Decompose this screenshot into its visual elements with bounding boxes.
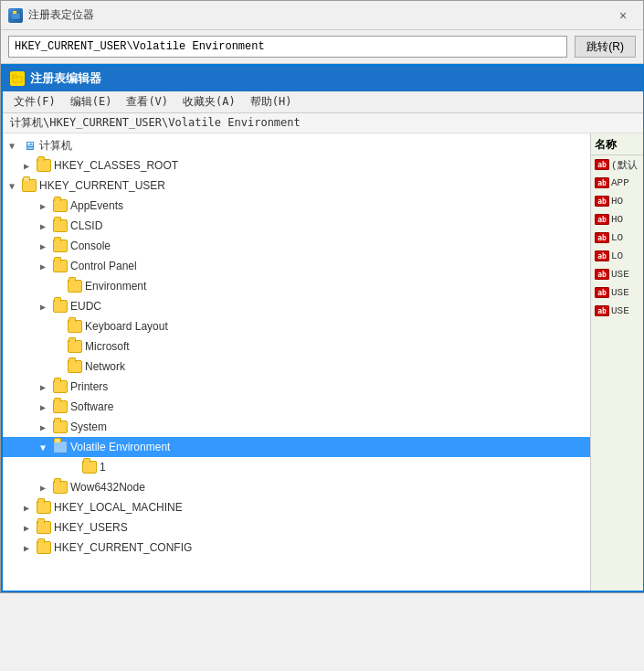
tree-item-printers[interactable]: ▶ Printers (3, 377, 590, 397)
folder-icon-hkcu (22, 179, 37, 192)
right-panel-header-text: 名称 (595, 137, 617, 153)
value-row-8[interactable]: ab USE (591, 302, 643, 320)
dialog-window: 注册表定位器 × 跳转(R) 注册表编辑器 文件(F) 编辑(E) 查看(V) … (0, 0, 644, 593)
expand-system[interactable]: ▶ (36, 420, 50, 434)
value-row-5[interactable]: ab LO (591, 247, 643, 265)
tree-item-microsoft[interactable]: Microsoft (3, 336, 590, 357)
tree-item-appevents[interactable]: ▶ AppEvents (3, 196, 590, 216)
tree-item-environment[interactable]: Environment (3, 276, 590, 296)
value-row-4[interactable]: ab LO (591, 229, 643, 247)
tree-label-volatileenv: Volatile Environment (70, 441, 170, 453)
expand-printers[interactable]: ▶ (36, 379, 50, 394)
tree-item-software[interactable]: ▶ Software (3, 397, 590, 417)
computer-icon: 🖥 (22, 139, 37, 152)
tree-item-keyboardlayout[interactable]: Keyboard Layout (3, 316, 590, 336)
address-input[interactable] (8, 36, 567, 58)
tree-item-hku[interactable]: ▶ HKEY_USERS (3, 517, 590, 538)
expand-computer[interactable]: ▼ (5, 138, 19, 153)
folder-icon-eudc (53, 300, 68, 313)
expand-controlpanel[interactable]: ▶ (36, 259, 50, 273)
address-bar: 跳转(R) (1, 30, 643, 64)
value-row-2[interactable]: ab HO (591, 192, 643, 210)
tree-item-network[interactable]: Network (3, 357, 590, 377)
expand-environment (50, 279, 65, 293)
tree-item-volatileenv[interactable]: ▼ Volatile Environment (3, 437, 590, 457)
value-icon-0: ab (595, 159, 609, 170)
value-icon-2: ab (595, 196, 609, 207)
expand-hklm[interactable]: ▶ (19, 500, 34, 515)
expand-hkcr[interactable]: ▶ (19, 158, 34, 173)
menu-file[interactable]: 文件(F) (6, 92, 63, 112)
expand-hku[interactable]: ▶ (19, 520, 34, 535)
folder-icon-controlpanel (53, 260, 68, 272)
tree-label-printers: Printers (70, 380, 108, 393)
value-row-1[interactable]: ab APP (591, 174, 643, 192)
value-row-7[interactable]: ab USE (591, 283, 643, 302)
regedit-window: 注册表编辑器 文件(F) 编辑(E) 查看(V) 收藏夹(A) 帮助(H) 计算… (1, 64, 644, 592)
tree-item-hkcr[interactable]: ▶ HKEY_CLASSES_ROOT (3, 155, 590, 176)
folder-icon-environment (68, 280, 82, 293)
menu-help[interactable]: 帮助(H) (243, 92, 300, 112)
value-row-6[interactable]: ab USE (591, 265, 643, 283)
value-text-5: LO (611, 250, 623, 261)
expand-clsid[interactable]: ▶ (36, 218, 50, 233)
expand-network (50, 359, 65, 374)
tree-item-eudc[interactable]: ▶ EUDC (3, 296, 590, 316)
folder-icon-hkcr (37, 159, 51, 172)
tree-label-vol1: 1 (100, 461, 106, 474)
tree-label-clsid: CLSID (70, 219, 102, 232)
folder-icon-hkcc (37, 541, 51, 554)
tree-panel[interactable]: ▼ 🖥 计算机 ▶ HKEY_CLASSES_ROOT ▼ HKEY_CURR (3, 133, 591, 591)
expand-console[interactable]: ▶ (36, 239, 50, 253)
dialog-icon (8, 8, 23, 23)
value-icon-8: ab (595, 305, 609, 316)
folder-icon-volatileenv (53, 441, 68, 453)
jump-button[interactable]: 跳转(R) (575, 36, 636, 58)
svg-rect-1 (13, 11, 16, 14)
menu-edit[interactable]: 编辑(E) (63, 92, 120, 112)
value-text-7: USE (611, 287, 629, 298)
tree-label-hkcr: HKEY_CLASSES_ROOT (54, 159, 178, 172)
value-icon-4: ab (595, 232, 609, 243)
tree-label-console: Console (70, 240, 111, 252)
value-icon-3: ab (595, 214, 609, 225)
tree-item-controlpanel[interactable]: ▶ Control Panel (3, 256, 590, 276)
expand-volatileenv[interactable]: ▼ (36, 440, 50, 454)
tree-item-console[interactable]: ▶ Console (3, 236, 590, 256)
folder-icon-system (53, 421, 68, 433)
dialog-close-button[interactable]: × (610, 6, 636, 25)
value-row-0[interactable]: ab (默认 (591, 155, 643, 174)
folder-icon-hklm (37, 501, 51, 514)
folder-icon-network (68, 360, 82, 373)
expand-appevents[interactable]: ▶ (36, 198, 50, 213)
tree-item-hkcu[interactable]: ▼ HKEY_CURRENT_USER (3, 176, 590, 196)
tree-item-clsid[interactable]: ▶ CLSID (3, 216, 590, 236)
right-panel: 名称 ab (默认 ab APP ab HO ab HO (591, 133, 643, 591)
expand-vol1 (65, 460, 79, 474)
regedit-icon (10, 71, 25, 86)
tree-label-eudc: EUDC (70, 300, 101, 313)
expand-wow6432[interactable]: ▶ (36, 480, 50, 495)
folder-icon-printers (53, 380, 68, 393)
value-row-3[interactable]: ab HO (591, 210, 643, 229)
main-content: ▼ 🖥 计算机 ▶ HKEY_CLASSES_ROOT ▼ HKEY_CURR (3, 133, 643, 591)
svg-rect-0 (11, 13, 20, 19)
tree-item-computer[interactable]: ▼ 🖥 计算机 (3, 135, 590, 155)
expand-software[interactable]: ▶ (36, 399, 50, 414)
expand-hkcu[interactable]: ▼ (5, 178, 19, 193)
menu-favorites[interactable]: 收藏夹(A) (175, 92, 243, 112)
tree-item-hklm[interactable]: ▶ HKEY_LOCAL_MACHINE (3, 497, 590, 517)
expand-eudc[interactable]: ▶ (36, 299, 50, 314)
folder-icon-wow6432 (53, 481, 68, 494)
tree-item-hkcc[interactable]: ▶ HKEY_CURRENT_CONFIG (3, 538, 590, 558)
breadcrumb-text: 计算机\HKEY_CURRENT_USER\Volatile Environme… (10, 115, 301, 131)
value-icon-6: ab (595, 269, 609, 280)
expand-hkcc[interactable]: ▶ (19, 540, 34, 555)
tree-item-wow6432[interactable]: ▶ Wow6432Node (3, 477, 590, 497)
tree-item-vol1[interactable]: 1 (3, 457, 590, 477)
value-text-3: HO (611, 214, 623, 225)
tree-label-appevents: AppEvents (70, 199, 123, 212)
tree-item-system[interactable]: ▶ System (3, 417, 590, 437)
folder-icon-vol1 (82, 461, 97, 474)
menu-view[interactable]: 查看(V) (119, 92, 175, 112)
